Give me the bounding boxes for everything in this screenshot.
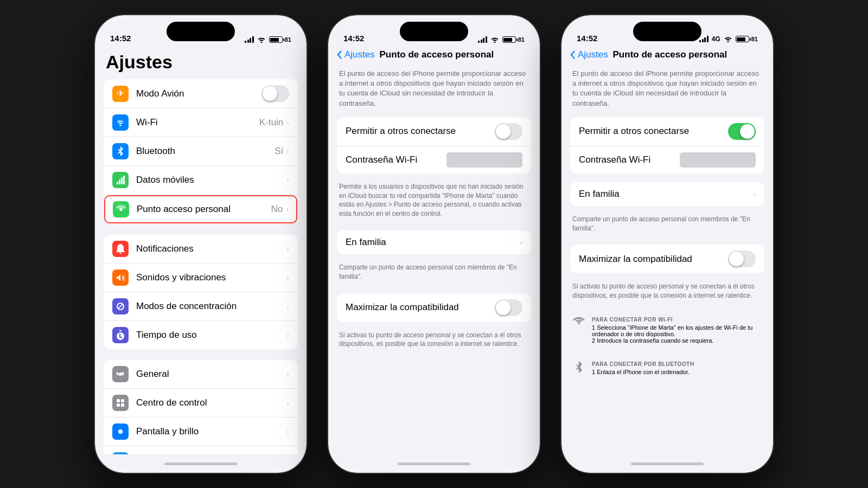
maximizar-desc-2: Si activas tu punto de acceso personal y…: [337, 331, 531, 352]
concentracion-icon: [112, 298, 129, 314]
modo-avion-label: Modo Avión: [136, 88, 261, 99]
status-time-1: 14:52: [110, 34, 131, 43]
nav-back-3[interactable]: Ajustes: [570, 49, 608, 60]
general-label: General: [136, 369, 286, 380]
phone-2: 14:52 81: [328, 15, 540, 473]
nav-back-2[interactable]: Ajustes: [337, 49, 375, 60]
bluetooth-chevron: ›: [286, 147, 289, 156]
settings-row-modo-avion[interactable]: ✈ Modo Avión: [104, 79, 298, 108]
detail-scroll-2[interactable]: El punto de acceso del iPhone permite pr…: [328, 65, 540, 454]
settings-row-tiempo-uso[interactable]: Tiempo de uso ›: [104, 321, 298, 349]
bluetooth-connection-item: PARA CONECTAR POR BLUETOOTH 1 Enlaza el …: [572, 361, 762, 375]
settings-row-wifi[interactable]: Wi-Fi K-tuin ›: [104, 108, 298, 137]
bluetooth-label: Bluetooth: [136, 146, 275, 157]
bluetooth-connect-text: PARA CONECTAR POR BLUETOOTH 1 Enlaza el …: [592, 361, 694, 375]
info-text-2: El punto de acceso del iPhone permite pr…: [337, 65, 531, 117]
detail-row-contrasena-3[interactable]: Contraseña Wi-Fi: [570, 146, 764, 174]
settings-scroll-1[interactable]: ✈ Modo Avión Wi-Fi K-tuin ›: [95, 79, 307, 454]
home-bar-3: [561, 454, 773, 473]
home-indicator-3: [631, 463, 704, 465]
punto-acceso-chevron: ›: [286, 205, 289, 214]
en-familia-desc-2: Comparte un punto de acceso personal con…: [337, 263, 531, 285]
en-familia-label-3: En familia: [579, 189, 753, 200]
settings-row-concentracion[interactable]: Modos de concentración ›: [104, 292, 298, 321]
settings-row-pantalla-brillo[interactable]: Pantalla y brillo ›: [104, 418, 298, 446]
general-icon: [112, 366, 129, 382]
detail-row-maximizar[interactable]: Maximizar la compatibilidad: [337, 293, 531, 322]
detail-group-familia: En familia ›: [337, 230, 531, 254]
settings-row-bluetooth[interactable]: Bluetooth Sí ›: [104, 137, 298, 166]
permitir-toggle[interactable]: [495, 123, 522, 140]
contrasena-value: [446, 152, 522, 168]
phone-3: 14:52 4G 81: [561, 15, 773, 473]
status-icons-2: 81: [478, 36, 525, 43]
wifi-icon-1: [257, 36, 266, 43]
bluetooth-connect-icon: [572, 361, 585, 375]
settings-row-datos[interactable]: Datos móviles ›: [104, 166, 298, 195]
wifi-icon-2: [490, 36, 499, 43]
punto-acceso-label: Punto acceso personal: [137, 204, 271, 215]
detail-scroll-3[interactable]: El punto de acceso del iPhone permite pr…: [561, 65, 773, 454]
contrasena-label-3: Contraseña Wi-Fi: [579, 155, 680, 165]
page-title-1: Ajustes: [95, 47, 307, 79]
en-familia-desc-3: Comparte un punto de acceso personal con…: [570, 215, 764, 236]
settings-row-general[interactable]: General ›: [104, 360, 298, 389]
detail-group-maximizar: Maximizar la compatibilidad: [337, 293, 531, 322]
modo-avion-toggle[interactable]: [261, 85, 289, 102]
phone-1: 14:52 81: [95, 15, 307, 473]
en-familia-row-3[interactable]: En familia ›: [570, 182, 764, 206]
settings-row-sonidos[interactable]: Sonidos y vibraciones ›: [104, 264, 298, 292]
svg-point-9: [118, 429, 123, 434]
settings-row-punto-acceso[interactable]: Punto acceso personal No ›: [104, 195, 297, 223]
settings-group-connectivity: ✈ Modo Avión Wi-Fi K-tuin ›: [104, 79, 298, 224]
wifi-row-icon: [112, 114, 129, 131]
settings-group-notifications: Notificaciones › Sonidos y vibraciones ›: [104, 235, 298, 349]
en-familia-chevron-3: ›: [753, 190, 756, 198]
detail-row-permitir-3[interactable]: Permitir a otros conectarse: [570, 117, 764, 146]
dynamic-island-2: [400, 22, 468, 41]
settings-row-pantalla-inicio[interactable]: Pantalla de inicio ›: [104, 446, 298, 454]
en-familia-row[interactable]: En familia ›: [337, 230, 531, 254]
settings-row-centro-control[interactable]: Centro de control ›: [104, 389, 298, 418]
maximizar-label: Maximizar la compatibilidad: [346, 302, 495, 313]
sonidos-icon: [112, 269, 129, 286]
wifi-chevron: ›: [286, 118, 289, 127]
pantalla-brillo-label: Pantalla y brillo: [136, 426, 286, 437]
notificaciones-icon: [112, 241, 129, 257]
concentracion-chevron: ›: [286, 302, 289, 311]
centro-control-label: Centro de control: [136, 397, 286, 408]
centro-control-icon: [112, 395, 129, 411]
datos-icon: [112, 172, 129, 188]
pantalla-brillo-chevron: ›: [286, 427, 289, 436]
settings-row-notificaciones[interactable]: Notificaciones ›: [104, 235, 298, 264]
status-time-2: 14:52: [343, 34, 364, 43]
maximizar-toggle[interactable]: [495, 299, 522, 316]
datos-label: Datos móviles: [136, 175, 286, 185]
detail-row-maximizar-3[interactable]: Maximizar la compatibilidad: [570, 245, 764, 273]
detail-group-conectar: Permitir a otros conectarse Contraseña W…: [337, 117, 531, 174]
notificaciones-label: Notificaciones: [136, 243, 286, 254]
maximizar-toggle-3[interactable]: [728, 251, 756, 267]
svg-rect-2: [121, 177, 123, 184]
wifi-connection-section: PARA CONECTAR POR WI-FI 1 Selecciona "iP…: [570, 310, 764, 355]
nav-bar-2: Ajustes Punto de acceso personal: [328, 47, 540, 65]
signal-label-3: 4G: [712, 35, 720, 43]
svg-rect-7: [117, 403, 120, 407]
info-text-3: El punto de acceso del iPhone permite pr…: [570, 65, 764, 117]
home-indicator-1: [164, 463, 237, 465]
detail-group-conectar-3: Permitir a otros conectarse Contraseña W…: [570, 117, 764, 174]
svg-rect-0: [117, 182, 118, 184]
tiempo-uso-label: Tiempo de uso: [136, 330, 286, 341]
maximizar-desc-3: Si activas tu punto de acceso personal y…: [570, 282, 764, 304]
detail-row-permitir[interactable]: Permitir a otros conectarse: [337, 117, 531, 146]
detail-row-contrasena[interactable]: Contraseña Wi-Fi: [337, 146, 531, 174]
permitir-toggle-3[interactable]: [728, 123, 756, 140]
svg-rect-3: [123, 176, 125, 184]
settings-group-system: General › Centro de control ›: [104, 360, 298, 454]
svg-rect-1: [119, 179, 120, 184]
modo-avion-icon: ✈: [112, 86, 129, 102]
home-indicator-2: [398, 463, 470, 465]
signal-icon-2: [478, 36, 487, 43]
battery-icon-1: 81: [269, 36, 291, 43]
wifi-connect-text: PARA CONECTAR POR WI-FI 1 Selecciona "iP…: [592, 317, 762, 344]
